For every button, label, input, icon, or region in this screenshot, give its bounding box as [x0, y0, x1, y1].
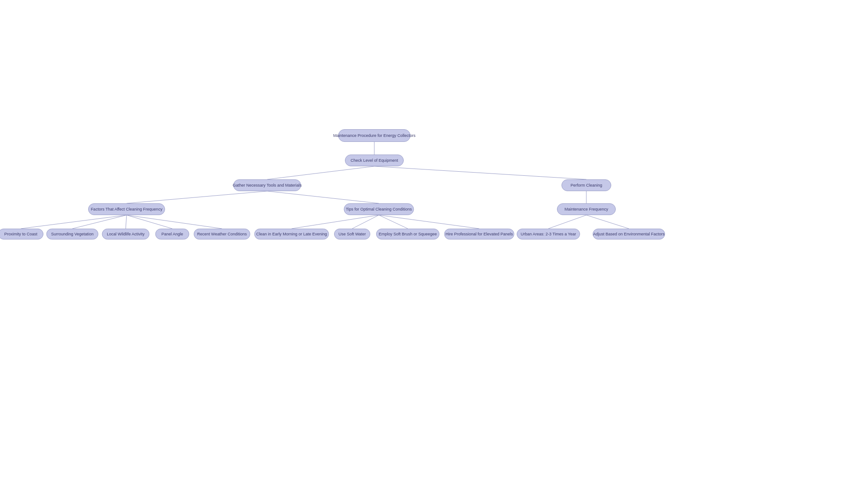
svg-line-10	[127, 215, 222, 229]
node-wildlife: Local Wildlife Activity	[102, 229, 150, 239]
svg-line-9	[127, 215, 172, 229]
svg-line-4	[267, 191, 379, 203]
node-angle: Panel Angle	[156, 229, 189, 239]
node-perform: Perform Cleaning	[561, 179, 611, 191]
svg-line-16	[586, 215, 629, 229]
svg-line-6	[21, 215, 127, 229]
node-factors: Factors That Affect Cleaning Frequency	[88, 203, 165, 215]
svg-line-1	[267, 166, 374, 179]
node-urban: Urban Areas: 2-3 Times a Year	[517, 229, 580, 239]
svg-line-13	[379, 215, 408, 229]
node-coast: Proximity to Coast	[0, 229, 43, 239]
connections-svg	[0, 0, 868, 488]
node-weather: Recent Weather Conditions	[194, 229, 250, 239]
node-tips: Tips for Optimal Cleaning Conditions	[344, 203, 414, 215]
node-early: Clean in Early Morning or Late Evening	[255, 229, 329, 239]
svg-line-8	[126, 215, 127, 229]
node-brush: Employ Soft Brush or Squeegee	[376, 229, 439, 239]
node-hire: Hire Professional for Elevated Panels	[444, 229, 514, 239]
diagram-container: Maintenance Procedure for Energy Collect…	[0, 0, 868, 488]
svg-line-15	[548, 215, 586, 229]
svg-line-3	[127, 191, 267, 203]
node-veg: Surrounding Vegetation	[47, 229, 99, 239]
node-mainfreq: Maintenance Frequency	[557, 203, 616, 215]
node-adjust: Adjust Based on Environmental Factors	[593, 229, 665, 239]
node-gather: Gather Necessary Tools and Materials	[233, 179, 301, 191]
svg-line-14	[379, 215, 479, 229]
node-root: Maintenance Procedure for Energy Collect…	[338, 129, 410, 142]
node-softwater: Use Soft Water	[334, 229, 370, 239]
node-check: Check Level of Equipment	[345, 155, 404, 166]
svg-line-11	[292, 215, 379, 229]
svg-line-12	[352, 215, 379, 229]
svg-line-7	[72, 215, 127, 229]
svg-line-2	[374, 166, 586, 179]
